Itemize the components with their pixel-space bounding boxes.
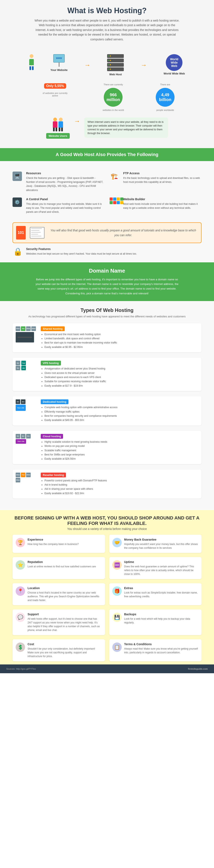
support-desc: All web hosts offer support, but it's be…	[28, 617, 102, 632]
reseller-server-visual: Other Your Other Other	[16, 473, 34, 483]
hosting-dedicated: Srv Srv Your site Dedicated hosting Comp…	[12, 396, 202, 426]
user-legs-1	[53, 128, 57, 131]
cloud-server-visual: Srv Srv Srv Your site	[16, 434, 34, 444]
ded-your-site: Your site	[16, 405, 26, 411]
led-green-3	[108, 64, 109, 65]
cost-title: Cost	[28, 643, 102, 646]
reseller-icon: Other Your Other Other	[16, 473, 37, 483]
user-leg-left-1	[53, 128, 55, 131]
ded-srv-1: Srv	[16, 399, 20, 404]
resources-icon-box: 🖥️	[12, 172, 22, 181]
whiteboard-visual	[30, 227, 44, 239]
wb-line-1	[31, 228, 42, 229]
website-builder-desc: Most web hosts include some kind of site…	[123, 202, 202, 210]
website-builder-text: Website Builder Most web hosts include s…	[123, 197, 202, 210]
feature-website-builder: Website Builder Most web hosts include s…	[110, 197, 202, 214]
uptime-icon-symbol: ♾️	[114, 562, 120, 568]
led-yellow-3	[110, 64, 111, 65]
reputation-icon-symbol: ⭐	[17, 562, 23, 568]
header-intro: When you make a website and want other p…	[34, 18, 180, 42]
res-srv-2: Other	[26, 473, 31, 477]
res-your: Your	[21, 473, 26, 477]
srv-other-1: Other	[16, 327, 20, 331]
ftp-icon-box: 🏗️	[110, 172, 119, 181]
person-leg-right	[32, 66, 34, 70]
vps-col-1: Srv Srv	[16, 361, 20, 370]
cloud-info: Cloud hosting Highly scalable solution t…	[41, 434, 107, 461]
support-icon-symbol: 💬	[17, 615, 23, 620]
websites-stat: There are currently 966 million websites…	[103, 82, 124, 112]
lego-6	[113, 201, 116, 204]
feature-ftp: 🏗️ FTP Access It's the basic technology …	[110, 172, 202, 192]
backups-content: Backups Look for a web host which will h…	[124, 613, 199, 624]
security-icon: 🔒	[12, 247, 23, 256]
percent-stat: Only 5,55% of websites are currently act…	[39, 82, 71, 112]
vps-b4: Suitable for companies receiving moderat…	[44, 379, 106, 383]
terms-title: Terms & Conditions	[124, 643, 199, 646]
person-head	[30, 54, 33, 58]
lego-8	[120, 201, 123, 204]
ded-srv-2: Srv	[21, 399, 26, 404]
currently-label: There are currently	[104, 83, 123, 86]
lego-1	[110, 197, 113, 200]
there-are-label: There are	[160, 83, 170, 86]
control-panel-title: A Control Panel	[26, 197, 104, 201]
vps-site-srv: site	[21, 366, 26, 370]
shared-label: Shared hosting	[41, 327, 65, 331]
shared-icon: Other You Other Other	[16, 327, 37, 342]
page-title: What is Web Hosting?	[12, 6, 202, 15]
security-title: Security Features	[26, 247, 137, 251]
website-builder-icon	[110, 197, 120, 204]
control-panel-icon: ⚙️	[12, 197, 23, 207]
cost-desc: Shouldn't be your only consideration, bu…	[28, 647, 102, 658]
shared-server-body	[16, 332, 34, 342]
led-yellow-4	[110, 69, 111, 70]
cloud-b2: Works on pay-per-use pricing model	[44, 444, 107, 448]
extras-title: Extras	[124, 586, 199, 590]
uptime-icon: ♾️	[112, 560, 122, 570]
www-text3: Web	[171, 64, 177, 68]
ded-b3: Best for companies having security and c…	[44, 414, 117, 418]
experience-title: Experience	[28, 538, 79, 541]
criteria-experience: 🏆 Experience How long has the company be…	[12, 535, 105, 553]
criteria-cost: 💲 Cost Shouldn't be your only considerat…	[12, 639, 105, 661]
vps-your-srv: Your	[21, 361, 26, 365]
server-unit-4	[107, 67, 124, 71]
before-subtitle: You should use a variety of criteria bef…	[12, 527, 202, 531]
server-stack	[107, 54, 124, 71]
ded-b1: Complete web hosting option with complet…	[44, 405, 117, 409]
control-panel-text: A Control Panel This allows you to manag…	[26, 197, 104, 214]
person-leg-left	[29, 66, 31, 70]
server-unit-2	[107, 59, 124, 62]
www-label: World Wide Web	[164, 72, 185, 75]
cost-icon-symbol: 💲	[17, 645, 23, 650]
criteria-uptime: ♾️ Uptime Does the web host guarantee a …	[109, 557, 202, 579]
users-figures	[53, 118, 63, 131]
person-legs	[29, 66, 34, 70]
extras-icon-symbol: 🎁	[114, 589, 120, 594]
control-panel-desc: This allows you to manage your hosting a…	[26, 202, 104, 214]
user-figure-1	[53, 118, 58, 131]
server-unit-3	[107, 63, 124, 67]
criteria-location: 📍 Location Choose a host that's located …	[12, 583, 105, 605]
www-box-container: World Wide Web World Wide Web	[164, 54, 185, 75]
before-section: BEFORE SIGNING UP WITH A WEB HOST, YOU S…	[0, 510, 214, 664]
reputation-icon: ⭐	[16, 560, 25, 570]
resources-desc: Check the features you are getting: - Di…	[26, 176, 104, 192]
dedicated-icon: Srv Srv Your site	[16, 399, 37, 411]
people-count: 4,49 billion	[157, 92, 174, 102]
knowledge-note: 101 You will also find that good web hos…	[12, 222, 202, 243]
srv-other-2: Other	[26, 327, 31, 331]
dedicated-server-visual: Srv Srv Your site	[16, 399, 37, 411]
security-text: Security Features Websites must be kept …	[26, 247, 137, 256]
feature-resources: 🖥️ Resources Check the features you are …	[12, 172, 104, 192]
percent-sub: of websites are currently active	[39, 92, 71, 97]
res-b1: Powerful control panels along with Domai…	[44, 478, 107, 483]
user-leg-right-2	[61, 128, 63, 131]
lego-3	[117, 197, 120, 200]
www-text2: Wide	[171, 61, 178, 64]
footer-brand: firstsiteguide.com	[188, 668, 208, 670]
types-section: Types Of Web Hosting As technology has p…	[0, 301, 214, 510]
website-users-tag: Website Users	[46, 133, 70, 139]
cloud-srv-1: Srv	[16, 434, 20, 438]
